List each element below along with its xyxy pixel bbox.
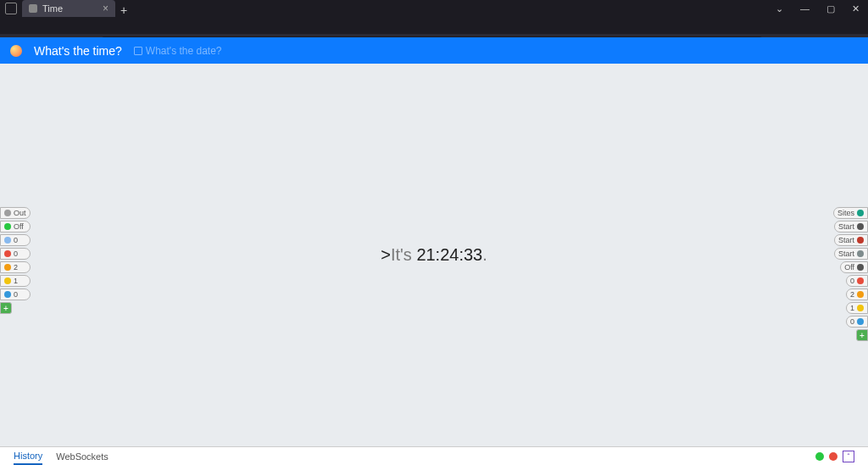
pill-dot-icon — [857, 223, 864, 230]
pill-label: Sites — [837, 209, 854, 217]
nav-date-label: What's the date? — [146, 45, 222, 57]
chevron-down-icon[interactable]: ⌄ — [767, 3, 792, 14]
bottom-right-controls: ˆ — [815, 451, 854, 462]
pill-dot-icon — [857, 291, 864, 298]
pill-dot-icon — [4, 237, 11, 244]
pill-sites[interactable]: Sites — [833, 207, 868, 219]
pill-dot-icon — [857, 305, 864, 311]
pill-label: 0 — [14, 236, 18, 244]
left-overlay-panel: OutOff00210+ — [0, 207, 31, 314]
pill-start2[interactable]: Start — [834, 234, 868, 246]
pill-dot-icon — [4, 210, 11, 216]
bottom-panel-tabs: History WebSockets ˆ — [0, 446, 868, 465]
pill-dot-icon — [4, 223, 11, 230]
time-display: >It's 21:24:33. — [381, 245, 487, 265]
pill-flag-blue[interactable]: 0 — [0, 289, 31, 300]
page-viewport: What's the time? What's the date? >It's … — [0, 37, 868, 446]
close-window-button[interactable]: ✕ — [843, 3, 868, 14]
status-dot-green[interactable] — [815, 452, 824, 461]
pill-label: 2 — [850, 290, 854, 299]
browser-tab[interactable]: Time × — [22, 0, 115, 17]
pill-scissors[interactable]: 0 — [0, 234, 31, 246]
pill-label: Start — [838, 249, 854, 258]
app-icon — [5, 3, 17, 14]
pill-dot-icon — [857, 318, 864, 325]
pill-dot-icon — [4, 291, 11, 298]
pill-label: 2 — [14, 263, 18, 272]
nav-time-link[interactable]: What's the time? — [34, 44, 122, 58]
prompt-caret: > — [381, 245, 391, 264]
pill-label: 1 — [850, 304, 854, 312]
pill-add-button[interactable]: + — [856, 329, 868, 341]
pill-flag-red[interactable]: 0 — [0, 248, 31, 260]
pill-label: Off — [14, 222, 24, 231]
pill-flag-orange[interactable]: 2 — [0, 261, 31, 273]
tab-close-icon[interactable]: × — [103, 3, 108, 14]
pill-dot-icon — [857, 210, 864, 216]
tab-title: Time — [42, 3, 63, 14]
pill-out[interactable]: Out — [0, 207, 31, 219]
pill-flag-yellow[interactable]: 1 — [0, 275, 31, 287]
pill-label: Off — [844, 263, 854, 272]
pill-flag-red-r[interactable]: 0 — [846, 275, 868, 287]
pill-label: Start — [838, 236, 854, 244]
time-prefix: It's — [391, 245, 417, 264]
pill-dot-icon — [857, 277, 864, 284]
pill-flag-yellow-r[interactable]: 1 — [846, 302, 868, 314]
pill-label: Out — [14, 209, 26, 217]
pill-start3[interactable]: Start — [834, 248, 868, 260]
status-dot-red[interactable] — [829, 452, 837, 461]
pill-flag-orange-r[interactable]: 2 — [846, 289, 868, 300]
time-value: 21:24:33 — [416, 245, 482, 264]
collapse-panel-button[interactable]: ˆ — [843, 451, 854, 462]
minimize-button[interactable]: — — [792, 3, 818, 14]
pill-label: 1 — [14, 277, 18, 285]
maximize-button[interactable]: ▢ — [818, 3, 843, 14]
pill-flag-blue-r[interactable]: 0 — [846, 316, 868, 328]
calendar-icon — [134, 47, 142, 55]
time-suffix: . — [482, 245, 487, 264]
tab-bar: Time × + — [22, 0, 132, 17]
pill-start1[interactable]: Start — [834, 221, 868, 232]
pill-dot-icon — [4, 277, 11, 284]
pill-label: 0 — [850, 277, 854, 285]
pill-dot-icon — [4, 250, 11, 257]
pill-dot-icon — [857, 250, 864, 257]
tab-favicon — [29, 4, 37, 13]
pill-dot-icon — [4, 264, 11, 271]
tab-history[interactable]: History — [14, 448, 42, 465]
pill-label: 0 — [14, 249, 18, 258]
site-header: What's the time? What's the date? — [0, 37, 868, 64]
main-content: >It's 21:24:33. — [0, 64, 868, 446]
tab-websockets[interactable]: WebSockets — [56, 449, 108, 464]
site-logo-icon — [10, 45, 22, 57]
pill-dot-icon — [857, 237, 864, 244]
pill-label: 0 — [14, 290, 18, 299]
pill-off[interactable]: Off — [0, 221, 31, 232]
pill-add-button[interactable]: + — [0, 302, 12, 314]
pill-dot-icon — [857, 264, 864, 271]
pill-label: Start — [838, 222, 854, 231]
nav-date-link[interactable]: What's the date? — [134, 45, 222, 57]
new-tab-button[interactable]: + — [115, 3, 132, 17]
pill-off-r[interactable]: Off — [840, 261, 868, 273]
pill-label: 0 — [850, 317, 854, 326]
right-overlay-panel: SitesStartStartStartOff0210+ — [833, 207, 868, 341]
